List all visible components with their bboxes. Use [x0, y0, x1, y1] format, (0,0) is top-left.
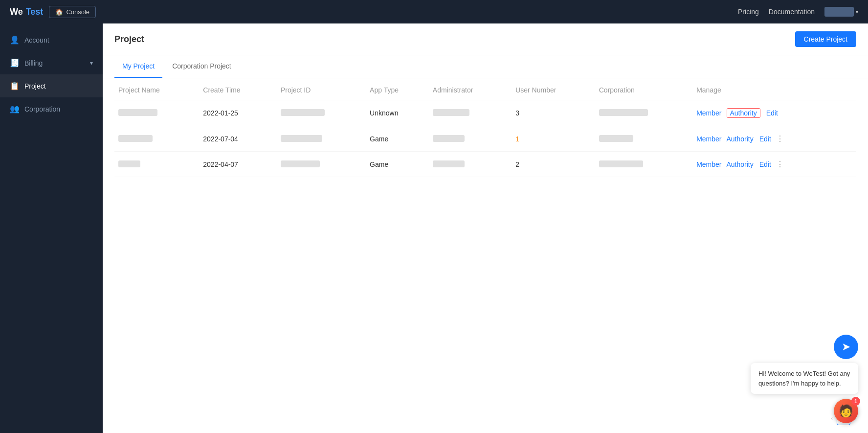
- cell-manage: Member Authority Edit: [692, 100, 856, 126]
- project-id-blurred: [281, 109, 325, 116]
- sidebar-item-project[interactable]: 📋 Project: [0, 74, 103, 97]
- manage-cell: Member Authority Edit ⋮: [696, 134, 852, 143]
- authority-link[interactable]: Authority: [727, 135, 754, 143]
- logo-we: We: [10, 7, 23, 17]
- logo-test: Test: [26, 7, 44, 17]
- chat-tooltip: Hi! Welcome to WeTest! Got any questions…: [751, 363, 858, 394]
- sidebar-item-billing[interactable]: 🧾 Billing ▾: [0, 51, 103, 74]
- tabs-bar: My Project Corporation Project: [103, 55, 868, 78]
- chevron-down-icon: ▾: [90, 60, 93, 67]
- project-name-blurred: [118, 160, 140, 167]
- col-app-type: App Type: [366, 78, 429, 100]
- authority-link[interactable]: Authority: [727, 108, 760, 118]
- chat-avatar[interactable]: 🧑 1: [834, 399, 858, 423]
- topnav-right: Pricing Documentation ▾: [738, 7, 858, 17]
- corp-blurred: [599, 135, 633, 142]
- edit-link[interactable]: Edit: [766, 109, 778, 117]
- edit-link[interactable]: Edit: [759, 160, 771, 168]
- project-name-blurred: [118, 135, 153, 142]
- top-navigation: WeTest 🏠 Console Pricing Documentation ▾: [0, 0, 868, 23]
- more-options-icon[interactable]: ⋮: [776, 134, 784, 143]
- col-manage: Manage: [692, 78, 856, 100]
- cell-create-time: 2022-01-25: [199, 100, 277, 126]
- pricing-link[interactable]: Pricing: [738, 8, 759, 16]
- home-icon: 🏠: [55, 8, 63, 16]
- cell-project-name: [114, 152, 199, 177]
- cell-project-name: [114, 126, 199, 152]
- pagination: ‹ 1 ›: [103, 404, 868, 433]
- member-link[interactable]: Member: [696, 135, 721, 143]
- admin-blurred: [433, 160, 465, 167]
- table-row: 2022-04-07 Game 2: [114, 152, 856, 177]
- cell-project-id: [277, 100, 366, 126]
- logo[interactable]: WeTest: [10, 7, 43, 17]
- cell-corporation: [595, 126, 692, 152]
- send-icon: ➤: [842, 341, 850, 353]
- project-icon: 📋: [10, 81, 20, 91]
- create-project-button[interactable]: Create Project: [795, 31, 856, 47]
- cell-app-type: Game: [366, 152, 429, 177]
- documentation-link[interactable]: Documentation: [769, 8, 815, 16]
- corp-blurred: [599, 109, 648, 116]
- admin-blurred: [433, 109, 469, 116]
- table-row: 2022-07-04 Game 1: [114, 126, 856, 152]
- sidebar: 👤 Account 🧾 Billing ▾ 📋 Project 👥 Corpor…: [0, 23, 103, 433]
- cell-corporation: [595, 100, 692, 126]
- sidebar-item-corporation[interactable]: 👥 Corporation: [0, 97, 103, 120]
- main-layout: 👤 Account 🧾 Billing ▾ 📋 Project 👥 Corpor…: [0, 23, 868, 433]
- tab-corporation-project[interactable]: Corporation Project: [164, 55, 239, 78]
- user-bar: [824, 7, 854, 17]
- sidebar-item-label-corporation: Corporation: [24, 105, 60, 113]
- sidebar-item-label-project: Project: [24, 82, 46, 90]
- table-row: 2022-01-25 Unknown 3: [114, 100, 856, 126]
- tab-my-project[interactable]: My Project: [114, 55, 162, 78]
- cell-manage: Member Authority Edit ⋮: [692, 152, 856, 177]
- cell-project-name: [114, 100, 199, 126]
- admin-blurred: [433, 135, 465, 142]
- authority-link[interactable]: Authority: [727, 160, 754, 168]
- chat-badge: 1: [851, 397, 860, 406]
- cell-administrator: [429, 126, 512, 152]
- topnav-left: WeTest 🏠 Console: [10, 6, 96, 18]
- avatar-emoji: 🧑: [839, 404, 853, 418]
- console-button[interactable]: 🏠 Console: [49, 6, 96, 18]
- cell-user-number: 3: [512, 100, 595, 126]
- user-dropdown[interactable]: ▾: [824, 7, 858, 17]
- sidebar-item-account[interactable]: 👤 Account: [0, 28, 103, 51]
- cell-project-id: [277, 152, 366, 177]
- col-project-id: Project ID: [277, 78, 366, 100]
- cell-app-type: Game: [366, 126, 429, 152]
- account-icon: 👤: [10, 35, 20, 45]
- sidebar-item-label-billing: Billing: [24, 59, 43, 67]
- col-user-number: User Number: [512, 78, 595, 100]
- prev-page-button[interactable]: ‹: [831, 415, 833, 422]
- manage-cell: Member Authority Edit: [696, 108, 852, 118]
- cell-user-number: 2: [512, 152, 595, 177]
- project-id-blurred: [281, 135, 322, 142]
- console-label: Console: [66, 8, 89, 16]
- member-link[interactable]: Member: [696, 160, 721, 168]
- edit-link[interactable]: Edit: [759, 135, 771, 143]
- project-id-blurred: [281, 160, 320, 167]
- cell-administrator: [429, 152, 512, 177]
- chevron-down-icon: ▾: [856, 9, 858, 15]
- more-options-icon[interactable]: ⋮: [776, 160, 784, 169]
- col-create-time: Create Time: [199, 78, 277, 100]
- col-administrator: Administrator: [429, 78, 512, 100]
- member-link[interactable]: Member: [696, 109, 721, 117]
- manage-cell: Member Authority Edit ⋮: [696, 160, 852, 169]
- projects-table: Project Name Create Time Project ID App …: [114, 78, 856, 177]
- billing-icon: 🧾: [10, 58, 20, 68]
- corporation-icon: 👥: [10, 104, 20, 114]
- cell-corporation: [595, 152, 692, 177]
- page-title: Project: [114, 34, 144, 45]
- chat-tooltip-text: Hi! Welcome to WeTest! Got any questions…: [758, 370, 850, 387]
- cell-user-number: 1: [512, 126, 595, 152]
- cell-create-time: 2022-07-04: [199, 126, 277, 152]
- cell-app-type: Unknown: [366, 100, 429, 126]
- sidebar-item-label-account: Account: [24, 36, 49, 44]
- project-name-blurred: [118, 109, 157, 116]
- col-project-name: Project Name: [114, 78, 199, 100]
- chat-bubble-button[interactable]: ➤: [834, 335, 858, 359]
- table-header-row: Project Name Create Time Project ID App …: [114, 78, 856, 100]
